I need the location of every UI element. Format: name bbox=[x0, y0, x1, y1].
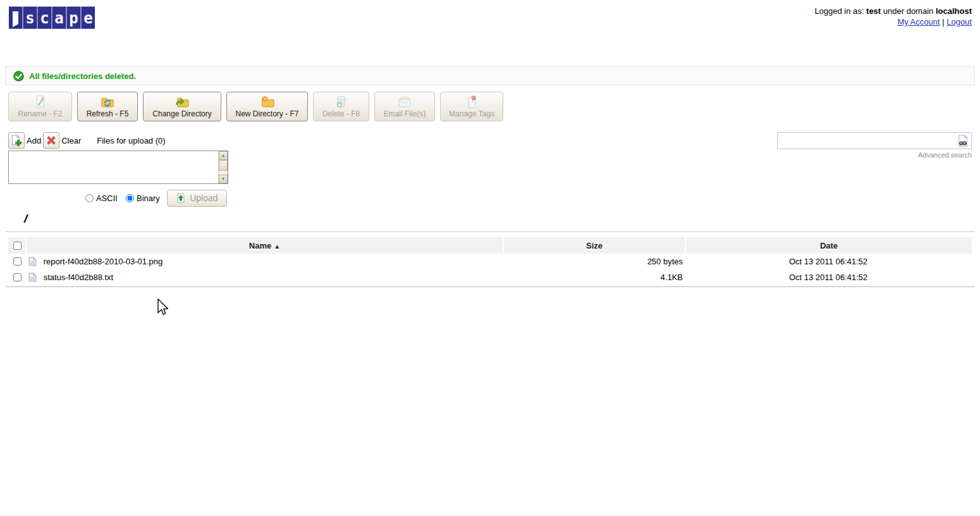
svg-text:p: p bbox=[69, 9, 78, 27]
add-files-button[interactable] bbox=[8, 132, 25, 149]
binary-label: Binary bbox=[137, 194, 160, 203]
table-row: status-f40d2b88.txt 4.1KB Oct 13 2011 06… bbox=[8, 269, 972, 285]
svg-text:c: c bbox=[40, 9, 49, 27]
scroll-up-icon[interactable]: ▴ bbox=[219, 151, 228, 160]
change-directory-icon bbox=[174, 94, 190, 109]
delete-trash-icon bbox=[333, 94, 350, 109]
jscape-logo: s c a p e bbox=[9, 6, 95, 31]
status-message-text: All files/directories deleted. bbox=[29, 71, 136, 81]
file-size: 4.1KB bbox=[503, 269, 685, 285]
clear-label: Clear bbox=[61, 136, 81, 145]
select-all-header bbox=[8, 237, 25, 254]
upload-icon bbox=[176, 193, 186, 203]
sort-ascending-icon: ▲ bbox=[274, 243, 280, 250]
divider bbox=[5, 231, 975, 232]
file-date: Oct 13 2011 06:41:52 bbox=[685, 254, 972, 269]
current-directory-path: / bbox=[24, 212, 27, 226]
account-info: Logged in as: test under domain localhos… bbox=[814, 6, 972, 27]
file-size: 250 bytes bbox=[503, 254, 685, 269]
delete-button[interactable]: Delete - F8 bbox=[313, 92, 369, 121]
select-all-checkbox[interactable] bbox=[13, 242, 21, 250]
row-checkbox[interactable] bbox=[13, 257, 21, 266]
ascii-label: ASCII bbox=[96, 194, 118, 203]
status-message-bar: All files/directories deleted. bbox=[5, 66, 975, 85]
add-file-icon bbox=[11, 135, 22, 146]
domain-name: localhost bbox=[936, 6, 972, 16]
scroll-down-icon[interactable]: ▾ bbox=[219, 175, 228, 183]
rename-icon bbox=[32, 94, 49, 109]
search-button[interactable] bbox=[955, 133, 971, 148]
success-check-icon bbox=[13, 71, 24, 82]
divider bbox=[5, 286, 975, 287]
jscape-logo-icon: s c a p e bbox=[9, 6, 95, 29]
file-icon bbox=[28, 273, 37, 282]
column-header-name[interactable]: Name▲ bbox=[25, 237, 503, 254]
email-files-button[interactable]: Email File(s) bbox=[374, 92, 435, 121]
ascii-radio[interactable] bbox=[85, 194, 94, 202]
column-header-size[interactable]: Size bbox=[503, 237, 685, 254]
svg-text:s: s bbox=[25, 9, 34, 27]
row-checkbox[interactable] bbox=[13, 273, 21, 281]
add-label: Add bbox=[27, 136, 41, 145]
new-directory-icon bbox=[259, 94, 276, 109]
file-name[interactable]: status-f40d2b88.txt bbox=[44, 273, 114, 282]
logout-link[interactable]: Logout bbox=[946, 17, 972, 27]
upload-file-list[interactable]: ▴ ▾ bbox=[8, 150, 228, 184]
link-divider: | bbox=[942, 17, 944, 27]
svg-text:a: a bbox=[54, 9, 63, 27]
clear-x-icon bbox=[46, 135, 57, 146]
scrollbar-thumb[interactable] bbox=[219, 160, 228, 171]
transfer-mode-row: ASCII Binary Upload bbox=[85, 189, 227, 207]
upload-button[interactable]: Upload bbox=[167, 190, 227, 207]
advanced-search-link[interactable]: Advanced search bbox=[777, 151, 972, 159]
search-icon bbox=[956, 134, 970, 148]
new-directory-button[interactable]: New Directory - F7 bbox=[226, 92, 308, 121]
table-row: report-f40d2b88-2010-03-01.png 250 bytes… bbox=[8, 254, 972, 269]
search-input[interactable] bbox=[777, 132, 972, 149]
table-header-row: Name▲ Size Date bbox=[8, 237, 972, 254]
column-header-date[interactable]: Date bbox=[685, 237, 972, 254]
svg-text:e: e bbox=[83, 9, 92, 27]
file-table: Name▲ Size Date report-f40d2b88-2010-03-… bbox=[8, 237, 972, 285]
email-envelope-icon bbox=[396, 94, 413, 109]
logged-in-status: Logged in as: test under domain localhos… bbox=[814, 6, 972, 16]
clear-files-button[interactable] bbox=[43, 132, 59, 149]
file-icon bbox=[28, 257, 37, 266]
manage-tags-pin-icon bbox=[463, 94, 480, 109]
file-name[interactable]: report-f40d2b88-2010-03-01.png bbox=[44, 257, 163, 266]
binary-radio[interactable] bbox=[126, 194, 134, 202]
username: test bbox=[866, 6, 881, 16]
toolbar: Rename - F2 Refresh - F5 Change Director… bbox=[8, 92, 503, 121]
file-date: Oct 13 2011 06:41:52 bbox=[685, 269, 972, 285]
search-area: Advanced search bbox=[777, 132, 972, 159]
my-account-link[interactable]: My Account bbox=[897, 17, 940, 27]
mouse-cursor-icon bbox=[157, 298, 169, 318]
rename-button[interactable]: Rename - F2 bbox=[8, 92, 72, 121]
change-directory-button[interactable]: Change Directory bbox=[143, 92, 221, 121]
refresh-icon bbox=[99, 94, 116, 109]
upload-list-scrollbar[interactable]: ▴ ▾ bbox=[218, 151, 228, 183]
refresh-button[interactable]: Refresh - F5 bbox=[77, 92, 138, 121]
files-for-upload-count: Files for upload (0) bbox=[97, 136, 165, 145]
upload-controls: Add Clear Files for upload (0) bbox=[8, 132, 166, 149]
manage-tags-button[interactable]: Manage Tags bbox=[440, 92, 503, 121]
